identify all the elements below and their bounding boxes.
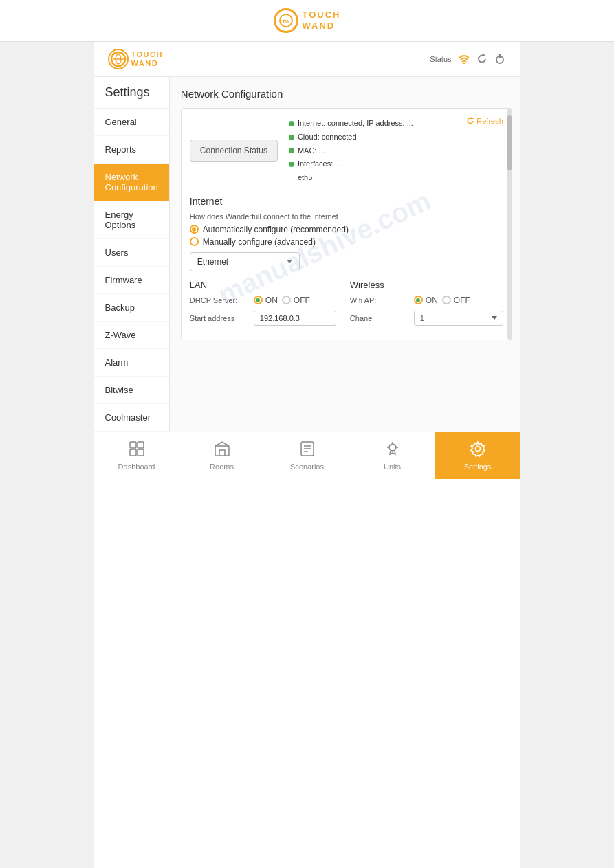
connection-status-section: Connection Status Internet: connected, I…	[190, 117, 503, 185]
wifi-on-label: ON	[426, 296, 438, 305]
network-config-box: Connection Status Internet: connected, I…	[181, 108, 512, 340]
lan-wireless-row: LAN DHCP Server: ON	[190, 280, 503, 331]
sidebar-item-users[interactable]: Users	[94, 239, 169, 267]
wifi-off-option[interactable]: OFF	[442, 296, 470, 305]
status-dot-internet	[289, 121, 294, 126]
dhcp-server-row: DHCP Server: ON OFF	[190, 296, 336, 305]
refresh-status-icon[interactable]	[475, 52, 489, 66]
dhcp-off-radio[interactable]	[282, 296, 291, 304]
svg-point-23	[475, 447, 480, 452]
logo-circle: TW	[274, 8, 298, 33]
start-address-label: Start address	[190, 314, 248, 322]
start-address-input[interactable]	[254, 311, 336, 326]
status-dot-cloud	[289, 135, 294, 140]
status-item-eth5: eth5	[289, 171, 455, 185]
svg-rect-12	[130, 449, 136, 456]
sidebar-item-reports[interactable]: Reports	[94, 136, 169, 164]
app-logo-circle	[108, 49, 129, 69]
start-address-row: Start address	[190, 311, 336, 326]
internet-section: Internet How does Wanderfull connect to …	[190, 196, 503, 271]
svg-rect-14	[215, 446, 229, 456]
wifi-off-radio[interactable]	[442, 296, 451, 304]
nav-label-scenarios: Scenarios	[290, 463, 324, 471]
channel-value: 1	[420, 314, 424, 322]
status-list: Internet: connected, IP address: ... Clo…	[289, 117, 455, 185]
bottom-nav: Dashboard Rooms	[94, 432, 520, 479]
nav-label-dashboard: Dashboard	[118, 463, 155, 471]
sidebar-item-alarm[interactable]: Alarm	[94, 349, 169, 377]
status-item-internet: Internet: connected, IP address: ...	[289, 117, 455, 131]
radio-manual-label: Manually configure (advanced)	[203, 237, 316, 247]
wifi-on-radio[interactable]	[414, 296, 423, 304]
rooms-icon	[214, 441, 230, 460]
content-container: Settings General Reports Network Configu…	[94, 77, 520, 432]
top-header: TW TOUCH WAND	[0, 0, 614, 42]
status-text-internet: Internet: connected, IP address: ...	[298, 117, 413, 131]
channel-chevron-down-icon	[492, 316, 497, 320]
wireless-title: Wireless	[350, 280, 503, 290]
nav-label-units: Units	[384, 463, 401, 471]
lan-section: LAN DHCP Server: ON	[190, 280, 336, 331]
panel-title: Network Configuration	[181, 88, 512, 100]
radio-auto-btn[interactable]	[190, 225, 199, 234]
wifi-off-label: OFF	[454, 296, 470, 305]
nav-label-rooms: Rooms	[210, 463, 234, 471]
status-text-interfaces: Interfaces: ...	[298, 157, 342, 171]
sidebar-item-backup[interactable]: Backup	[94, 294, 169, 322]
radio-manual-btn[interactable]	[190, 237, 199, 246]
scroll-thumb	[507, 115, 512, 170]
status-dot-interfaces	[289, 162, 294, 167]
wifi-toggle: ON OFF	[414, 296, 470, 305]
svg-rect-13	[138, 449, 144, 456]
wifi-ap-row: Wifi AP: ON OFF	[350, 296, 503, 305]
ethernet-dropdown[interactable]: Ethernet	[190, 252, 300, 271]
dhcp-off-option[interactable]: OFF	[282, 296, 310, 305]
sidebar-item-z-wave[interactable]: Z-Wave	[94, 322, 169, 349]
sidebar-item-energy-options[interactable]: Energy Options	[94, 201, 169, 239]
status-area: Status	[430, 52, 506, 66]
wireless-section: Wireless Wifi AP: ON	[350, 280, 503, 331]
sidebar-item-firmware[interactable]: Firmware	[94, 267, 169, 294]
scrollbar[interactable]	[507, 109, 512, 340]
dhcp-on-radio[interactable]	[254, 296, 263, 304]
nav-item-units[interactable]: Units	[350, 432, 435, 479]
wifi-ap-label: Wifi AP:	[350, 296, 408, 304]
units-icon	[384, 441, 401, 460]
radio-manual[interactable]: Manually configure (advanced)	[190, 237, 503, 247]
svg-point-5	[463, 63, 465, 65]
wifi-on-option[interactable]: ON	[414, 296, 438, 305]
refresh-button[interactable]: Refresh	[466, 117, 503, 125]
nav-item-scenarios[interactable]: Scenarios	[265, 432, 350, 479]
status-label: Status	[430, 55, 451, 63]
settings-title: Settings	[94, 77, 169, 109]
channel-dropdown[interactable]: 1	[414, 311, 503, 326]
page-container: TOUCH WAND Status	[94, 42, 520, 868]
nav-item-rooms[interactable]: Rooms	[179, 432, 265, 479]
svg-rect-11	[138, 442, 144, 448]
settings-nav-icon	[470, 441, 486, 460]
dhcp-on-option[interactable]: ON	[254, 296, 278, 305]
app-logo-text: TOUCH WAND	[131, 50, 163, 68]
sidebar: Settings General Reports Network Configu…	[94, 77, 170, 432]
power-status-icon[interactable]	[493, 52, 507, 66]
nav-label-settings: Settings	[464, 463, 492, 471]
chevron-down-icon	[287, 260, 292, 263]
main-panel: Network Configuration Connection Status …	[170, 77, 520, 432]
radio-group-internet: Automatically configure (recommended) Ma…	[190, 225, 503, 247]
scenarios-icon	[299, 441, 316, 460]
app-header: TOUCH WAND Status	[94, 42, 520, 77]
radio-auto[interactable]: Automatically configure (recommended)	[190, 225, 503, 234]
sidebar-item-general[interactable]: General	[94, 109, 169, 136]
nav-item-settings[interactable]: Settings	[435, 432, 520, 479]
status-item-mac: MAC: ...	[289, 144, 455, 158]
nav-item-dashboard[interactable]: Dashboard	[94, 432, 179, 479]
internet-question: How does Wanderfull connect to the inter…	[190, 212, 503, 221]
status-item-cloud: Cloud: connected	[289, 131, 455, 144]
sidebar-item-bitwise[interactable]: Bitwise	[94, 377, 169, 404]
sidebar-item-network-configuration[interactable]: Network Configuration	[94, 164, 169, 201]
lan-title: LAN	[190, 280, 336, 290]
sidebar-item-coolmaster[interactable]: Coolmaster	[94, 404, 169, 432]
internet-section-label: Internet	[190, 196, 503, 207]
connection-status-badge: Connection Status	[190, 140, 278, 162]
top-logo: TW TOUCH WAND	[274, 8, 341, 33]
